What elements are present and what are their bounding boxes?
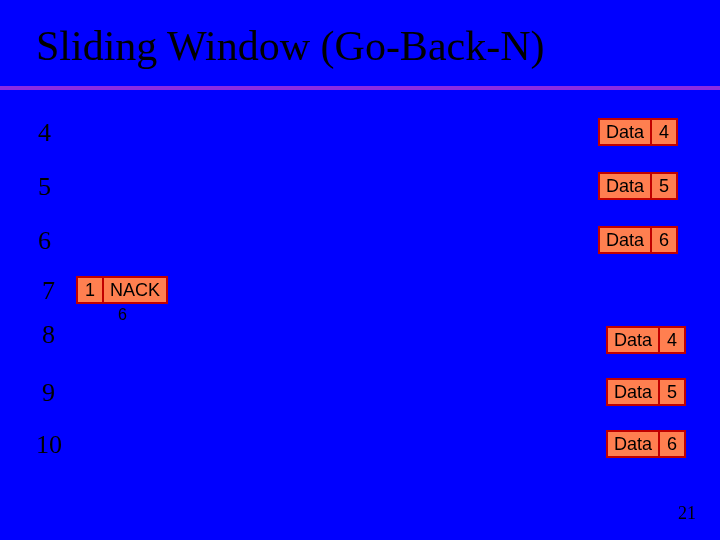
time-label-6: 6: [38, 226, 51, 256]
time-label-9: 9: [42, 378, 55, 408]
slide-number: 21: [678, 503, 696, 524]
packet-type: Data: [606, 326, 660, 354]
packet-seq: 5: [652, 172, 678, 200]
packet-seq: 6: [660, 430, 686, 458]
packet-seq: 5: [660, 378, 686, 406]
time-label-8: 8: [42, 320, 55, 350]
packet-data-5-retx: Data 5: [606, 378, 686, 406]
packet-seq: 4: [660, 326, 686, 354]
time-label-5: 5: [38, 172, 51, 202]
packet-data-5: Data 5: [598, 172, 678, 200]
title-underline: [0, 86, 720, 90]
time-label-4: 4: [38, 118, 51, 148]
packet-data-6: Data 6: [598, 226, 678, 254]
packet-type: Data: [598, 118, 652, 146]
packet-seq: 1: [76, 276, 104, 304]
packet-type: Data: [606, 430, 660, 458]
packet-type: Data: [598, 226, 652, 254]
packet-data-6-retx: Data 6: [606, 430, 686, 458]
packet-nack: 1 NACK: [76, 276, 168, 304]
packet-data-4: Data 4: [598, 118, 678, 146]
packet-seq: 4: [652, 118, 678, 146]
nack-seq-below: 6: [118, 306, 127, 324]
time-label-10: 10: [36, 430, 62, 460]
packet-type: Data: [606, 378, 660, 406]
time-label-7: 7: [42, 276, 55, 306]
packet-type: Data: [598, 172, 652, 200]
packet-type: NACK: [104, 276, 168, 304]
packet-data-4-retx: Data 4: [606, 326, 686, 354]
packet-seq: 6: [652, 226, 678, 254]
slide-title: Sliding Window (Go-Back-N): [36, 22, 544, 70]
